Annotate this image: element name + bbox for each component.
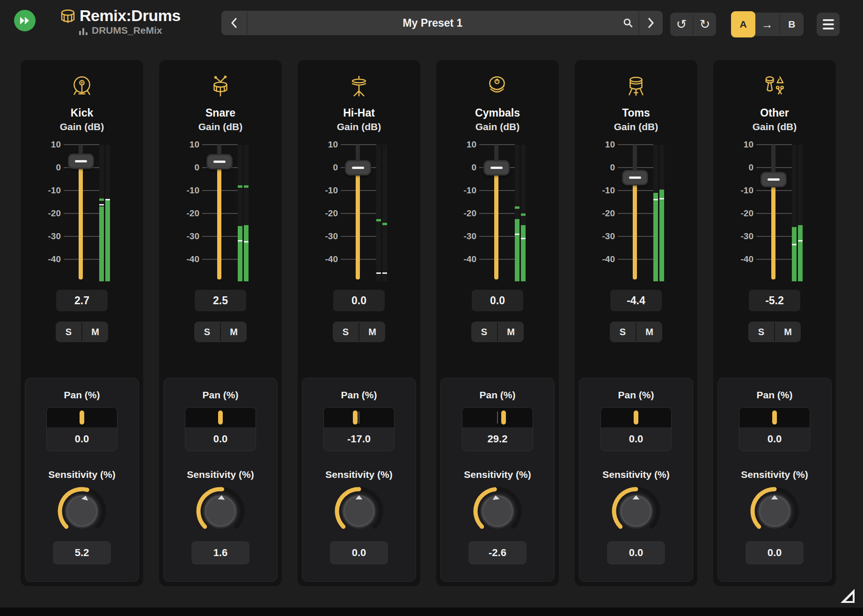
gain-value-field[interactable]: -5.2	[749, 290, 800, 311]
gain-fader[interactable]: -40-30-20-10010	[298, 145, 420, 281]
fast-forward-icon	[14, 10, 36, 31]
solo-button[interactable]: S	[194, 322, 220, 342]
sensitivity-knob[interactable]	[332, 484, 386, 538]
pan-handle[interactable]	[218, 411, 223, 425]
gain-fader[interactable]: -40-30-20-10010	[575, 145, 697, 281]
meter-peak-hold	[238, 185, 242, 188]
sensitivity-value-field[interactable]: 0.0	[330, 541, 388, 565]
meter-peak-line	[238, 240, 242, 242]
sensitivity-knob[interactable]	[470, 484, 525, 538]
sensitivity-knob[interactable]	[193, 484, 248, 538]
pan-value-field[interactable]: 29.2	[462, 427, 533, 451]
sensitivity-value-field[interactable]: 0.0	[607, 541, 665, 565]
pan-strip[interactable]	[739, 408, 810, 427]
sensitivity-value-field[interactable]: 0.0	[746, 541, 804, 565]
pan-slider[interactable]: -17.0	[323, 407, 395, 451]
mute-button[interactable]: M	[636, 322, 662, 342]
level-meter-left	[376, 145, 381, 281]
search-icon	[622, 17, 634, 29]
track-name: DRUMS_ReMix	[92, 25, 162, 36]
channel-name: Hi-Hat	[343, 107, 375, 119]
gain-fader[interactable]: -40-30-20-10010	[21, 145, 143, 281]
ab-slot-b-button[interactable]: B	[780, 13, 804, 36]
fader-thumb[interactable]	[68, 154, 94, 169]
sensitivity-value-field[interactable]: 1.6	[191, 541, 249, 565]
pan-value-field[interactable]: -17.0	[324, 427, 394, 451]
redo-button[interactable]: ↻	[694, 13, 716, 36]
solo-button[interactable]: S	[56, 322, 81, 342]
solo-button[interactable]: S	[748, 322, 774, 342]
mute-button[interactable]: M	[82, 322, 108, 342]
pan-value-field[interactable]: 0.0	[739, 427, 810, 451]
gain-value-field[interactable]: 2.5	[195, 290, 246, 311]
fader-track[interactable]	[771, 145, 775, 279]
pan-strip[interactable]	[601, 408, 671, 427]
pan-handle[interactable]	[772, 411, 777, 425]
fader-thumb[interactable]	[622, 170, 648, 185]
solo-button[interactable]: S	[610, 322, 636, 342]
preset-name[interactable]: My Preset 1	[248, 17, 618, 29]
meter-peak-line	[382, 272, 387, 274]
mute-button[interactable]: M	[775, 322, 801, 342]
resize-handle[interactable]	[839, 587, 856, 605]
meter-peak-line	[798, 240, 803, 242]
pan-value-field[interactable]: 0.0	[601, 427, 671, 451]
gain-label: Gain (dB)	[614, 121, 658, 132]
pan-handle[interactable]	[634, 411, 638, 425]
preset-next-button[interactable]	[638, 11, 663, 35]
pan-strip[interactable]	[324, 408, 394, 427]
fader-thumb[interactable]	[761, 172, 787, 187]
pan-handle[interactable]	[80, 411, 84, 425]
scale-label: -30	[171, 231, 199, 242]
drum-icon	[59, 8, 76, 25]
ab-slot-a-button[interactable]: A	[731, 11, 755, 37]
gain-fader[interactable]: -40-30-20-10010	[713, 145, 836, 281]
solo-button[interactable]: S	[471, 322, 497, 342]
pan-strip[interactable]	[462, 408, 533, 427]
fader-thumb[interactable]	[345, 160, 371, 176]
scale-label: -20	[310, 208, 338, 219]
preset-prev-button[interactable]	[221, 11, 247, 35]
sensitivity-value-field[interactable]: 5.2	[53, 541, 111, 565]
pan-handle[interactable]	[501, 411, 506, 425]
sensitivity-knob[interactable]	[55, 484, 109, 538]
gain-label: Gain (dB)	[198, 121, 243, 132]
gain-fader[interactable]: -40-30-20-10010	[436, 145, 559, 281]
preset-display[interactable]: My Preset 1	[248, 11, 663, 35]
undo-button[interactable]: ↺	[670, 13, 693, 36]
fader-thumb[interactable]	[206, 154, 233, 169]
pan-slider[interactable]: 29.2	[462, 407, 533, 451]
preset-search-button[interactable]	[618, 11, 638, 35]
sensitivity-value-field[interactable]: -2.6	[468, 541, 527, 565]
sensitivity-knob[interactable]	[747, 484, 802, 538]
scale-label: -20	[171, 208, 199, 219]
ab-copy-button[interactable]: →	[755, 13, 779, 36]
gain-value-field[interactable]: 0.0	[333, 290, 385, 311]
pan-handle[interactable]	[353, 411, 358, 425]
solo-button[interactable]: S	[333, 322, 358, 342]
meter-bar	[238, 226, 242, 281]
mute-button[interactable]: M	[498, 322, 524, 342]
pan-slider[interactable]: 0.0	[600, 407, 672, 451]
scale-label: -10	[448, 185, 476, 196]
sensitivity-knob[interactable]	[609, 484, 663, 538]
pan-strip[interactable]	[47, 408, 117, 427]
pan-strip[interactable]	[185, 408, 256, 427]
gain-value-field[interactable]: 2.7	[56, 290, 108, 311]
gain-value-field[interactable]: 0.0	[472, 290, 523, 311]
fader-thumb[interactable]	[483, 160, 510, 176]
gain-value-field[interactable]: -4.4	[610, 290, 662, 311]
chevron-left-icon	[230, 17, 238, 29]
fader-fill	[494, 168, 498, 279]
mute-button[interactable]: M	[221, 322, 247, 342]
snare-drum-icon	[206, 72, 234, 101]
mute-button[interactable]: M	[359, 322, 385, 342]
pan-slider[interactable]: 0.0	[739, 407, 810, 451]
pan-value-field[interactable]: 0.0	[47, 427, 117, 451]
pan-value-field[interactable]: 0.0	[185, 427, 256, 451]
gain-fader[interactable]: -40-30-20-10010	[159, 145, 282, 281]
fader-track[interactable]	[633, 145, 637, 279]
menu-button[interactable]	[817, 13, 840, 36]
pan-slider[interactable]: 0.0	[185, 407, 256, 451]
pan-slider[interactable]: 0.0	[46, 407, 117, 451]
